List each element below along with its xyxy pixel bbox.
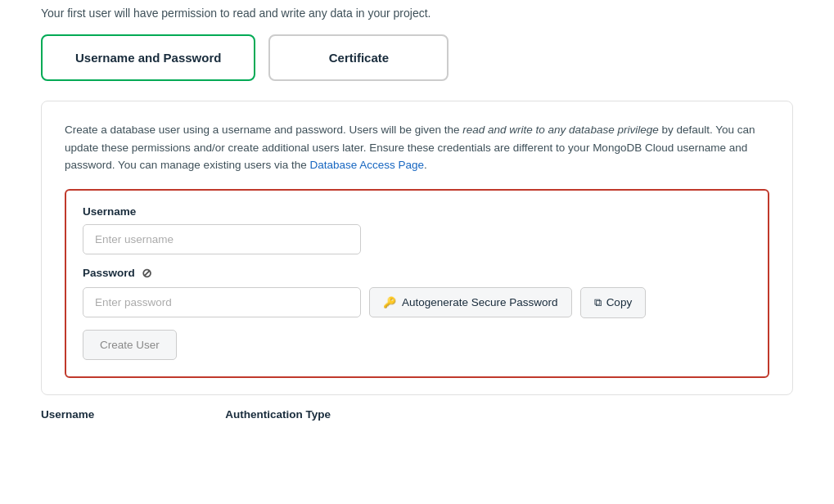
eye-slash-icon[interactable]: ⊘: [142, 266, 152, 281]
username-input[interactable]: [83, 224, 361, 254]
tab-username-password[interactable]: Username and Password: [41, 34, 255, 81]
table-col-username: Username: [41, 408, 94, 421]
key-icon: 🔑: [383, 296, 396, 308]
password-label: Password ⊘: [83, 266, 751, 281]
password-input[interactable]: [83, 287, 361, 317]
table-col-auth-type: Authentication Type: [225, 408, 331, 421]
autogenerate-button[interactable]: 🔑 Autogenerate Secure Password: [369, 287, 572, 317]
table-header-row: Username Authentication Type: [0, 395, 834, 421]
description-text: Create a database user using a username …: [65, 121, 769, 174]
user-form-section: Username Password ⊘ 🔑 Autogenerate Secur…: [65, 189, 769, 378]
create-user-button[interactable]: Create User: [83, 330, 177, 360]
username-label: Username: [83, 205, 751, 218]
database-access-link[interactable]: Database Access Page: [309, 159, 424, 171]
copy-icon: ⧉: [594, 296, 602, 309]
password-row: 🔑 Autogenerate Secure Password ⧉ Copy: [83, 287, 751, 318]
copy-button[interactable]: ⧉ Copy: [580, 287, 647, 318]
top-description: Your first user will have permission to …: [0, 0, 834, 20]
tab-certificate[interactable]: Certificate: [268, 34, 449, 81]
tab-bar: Username and Password Certificate: [0, 34, 834, 81]
main-card: Create a database user using a username …: [41, 101, 793, 395]
